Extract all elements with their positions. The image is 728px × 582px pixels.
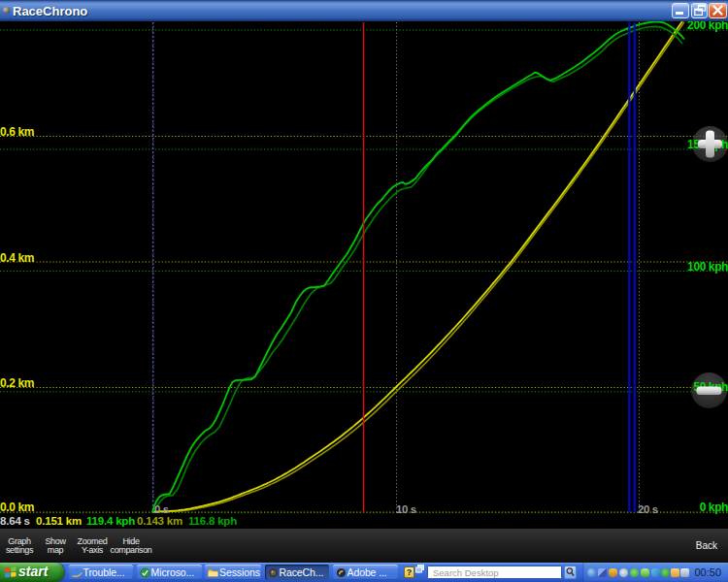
svg-text:0 s: 0 s bbox=[154, 503, 169, 515]
svg-text:119.4 kph: 119.4 kph bbox=[86, 515, 135, 527]
svg-text:10 s: 10 s bbox=[396, 503, 416, 515]
svg-text:0.2 km: 0.2 km bbox=[0, 376, 34, 390]
svg-text:0.143 km: 0.143 km bbox=[137, 515, 182, 527]
svg-text:100 kph: 100 kph bbox=[687, 260, 728, 274]
svg-text:0.151 km: 0.151 km bbox=[36, 515, 82, 527]
svg-text:20 s: 20 s bbox=[638, 503, 658, 515]
svg-text:0 kph: 0 kph bbox=[700, 501, 728, 514]
svg-text:0.4 km: 0.4 km bbox=[0, 251, 34, 265]
svg-text:0.0 km: 0.0 km bbox=[0, 501, 34, 514]
svg-text:0.6 km: 0.6 km bbox=[0, 125, 34, 139]
svg-text:116.8 kph: 116.8 kph bbox=[188, 515, 237, 527]
svg-text:8.64 s: 8.64 s bbox=[0, 515, 30, 527]
